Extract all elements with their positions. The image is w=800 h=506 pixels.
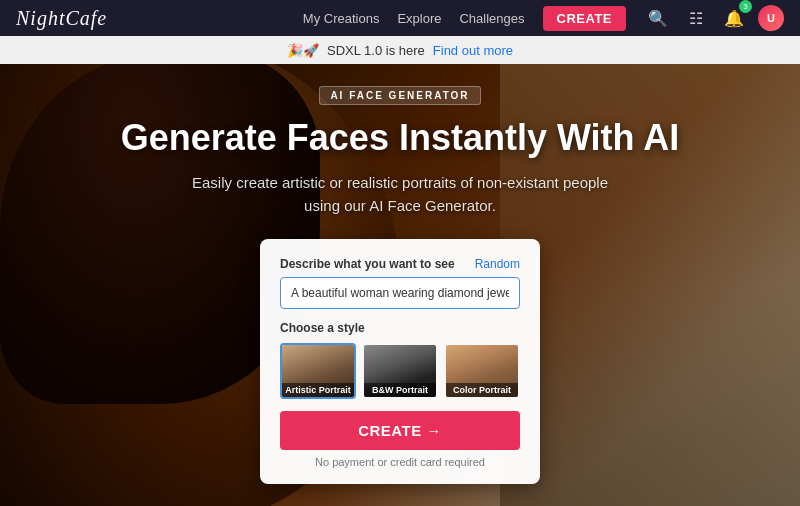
style-label: Choose a style xyxy=(280,321,520,335)
style-artistic[interactable]: Artistic Portrait xyxy=(280,343,356,399)
bw-label: B&W Portrait xyxy=(364,383,436,397)
logo: NightCafe xyxy=(16,7,107,30)
artistic-label: Artistic Portrait xyxy=(282,383,354,397)
nav-links: My Creations Explore Challenges CREATE 🔍… xyxy=(303,4,784,32)
form-card: Describe what you want to see Random Cho… xyxy=(260,239,540,484)
hero-title: Generate Faces Instantly With AI xyxy=(121,117,680,158)
navbar-create-button[interactable]: CREATE xyxy=(543,6,626,31)
grid-icon[interactable]: ☷ xyxy=(682,4,710,32)
hero-subtitle: Easily create artistic or realistic port… xyxy=(190,172,610,217)
describe-row: Describe what you want to see Random xyxy=(280,257,520,271)
prompt-input[interactable] xyxy=(280,277,520,309)
navbar: NightCafe My Creations Explore Challenge… xyxy=(0,0,800,36)
nav-challenges[interactable]: Challenges xyxy=(459,11,524,26)
announce-text: SDXL 1.0 is here xyxy=(327,43,425,58)
style-color[interactable]: Color Portrait xyxy=(444,343,520,399)
announce-emoji: 🎉🚀 xyxy=(287,43,319,58)
search-icon[interactable]: 🔍 xyxy=(644,4,672,32)
hero-content: AI FACE GENERATOR Generate Faces Instant… xyxy=(0,64,800,506)
random-link[interactable]: Random xyxy=(475,257,520,271)
ai-badge: AI FACE GENERATOR xyxy=(319,86,480,105)
style-bw[interactable]: B&W Portrait xyxy=(362,343,438,399)
style-options: Artistic Portrait B&W Portrait Color Por… xyxy=(280,343,520,399)
notification-badge: 3 xyxy=(739,0,752,13)
nav-explore[interactable]: Explore xyxy=(397,11,441,26)
no-payment-text: No payment or credit card required xyxy=(280,456,520,468)
hero-section: AI FACE GENERATOR Generate Faces Instant… xyxy=(0,64,800,506)
announcement-bar: 🎉🚀 SDXL 1.0 is here Find out more xyxy=(0,36,800,64)
color-label: Color Portrait xyxy=(446,383,518,397)
nav-my-creations[interactable]: My Creations xyxy=(303,11,380,26)
navbar-icons: 🔍 ☷ 🔔 3 U xyxy=(644,4,784,32)
create-button[interactable]: CREATE → xyxy=(280,411,520,450)
describe-label: Describe what you want to see xyxy=(280,257,455,271)
announce-link[interactable]: Find out more xyxy=(433,43,513,58)
notifications-icon[interactable]: 🔔 3 xyxy=(720,4,748,32)
avatar[interactable]: U xyxy=(758,5,784,31)
